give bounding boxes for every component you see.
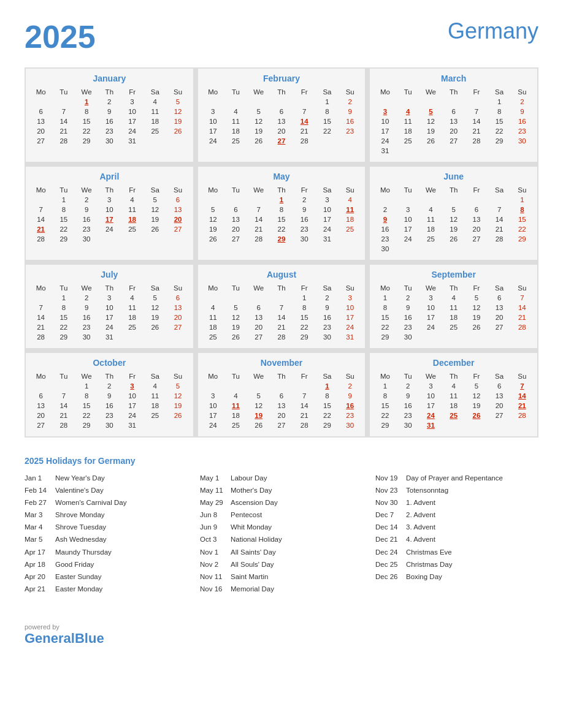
- calendar-day: [224, 195, 247, 205]
- calendar-day: 21: [29, 322, 52, 332]
- calendar-day: 21: [247, 224, 270, 234]
- month-table-february: MoTuWeThFrSaSu12345678910111213141516171…: [202, 87, 362, 146]
- calendar-day: 2: [397, 293, 419, 303]
- weekday-header: Mo: [202, 371, 224, 381]
- calendar-day: 11: [339, 205, 361, 214]
- weekday-header: Sa: [488, 283, 511, 293]
- calendar-day: 20: [166, 313, 189, 322]
- country-title: Germany: [448, 18, 538, 44]
- calendar-day: [166, 420, 189, 430]
- calendar-day: [465, 97, 488, 107]
- month-name-december: December: [373, 358, 534, 368]
- month-name-february: February: [202, 74, 362, 83]
- calendar-day: [29, 381, 52, 391]
- calendar-day: 5: [442, 205, 465, 214]
- calendar-day: [166, 234, 189, 244]
- holiday-item: Dec 25Christmas Day: [375, 559, 538, 569]
- calendar-day: 10: [419, 303, 442, 313]
- calendar-day: [166, 136, 189, 146]
- calendar-day: 28: [52, 420, 75, 430]
- weekday-header: Su: [166, 371, 189, 381]
- calendar-day: 9: [397, 303, 419, 313]
- weekday-header: Su: [166, 185, 189, 195]
- calendar-day: 24: [373, 136, 396, 146]
- calendar-day: 24: [202, 420, 224, 430]
- calendar-day: 5: [465, 293, 488, 303]
- calendar-day: 24: [121, 126, 144, 136]
- weekday-header: Mo: [29, 283, 52, 293]
- calendar-day: 21: [511, 401, 534, 411]
- calendar-day: [339, 234, 361, 244]
- calendar-day: 19: [419, 126, 442, 136]
- calendar-day: [293, 381, 316, 391]
- calendar-day: 15: [488, 116, 511, 126]
- calendar-day: 21: [293, 411, 316, 420]
- calendar-day: [224, 381, 247, 391]
- calendar-day: 16: [75, 214, 98, 224]
- calendar-day: 14: [488, 214, 511, 224]
- holiday-column-1: Jan 1New Year's DayFeb 14Valentine's Day…: [25, 473, 188, 596]
- calendar-day: 22: [316, 411, 339, 420]
- holiday-date: May 29: [200, 498, 226, 507]
- calendar-day: 17: [419, 401, 442, 411]
- calendar-day: [373, 195, 396, 205]
- calendar-day: 1: [293, 293, 316, 303]
- calendar-day: 24: [419, 411, 442, 420]
- calendar-day: 9: [75, 303, 98, 313]
- calendar-day: 16: [373, 224, 396, 234]
- calendar-day: [442, 97, 465, 107]
- weekday-header: Sa: [144, 185, 166, 195]
- calendar-day: 18: [144, 401, 166, 411]
- calendar-day: 12: [144, 205, 166, 214]
- weekday-header: We: [247, 371, 270, 381]
- month-name-august: August: [202, 270, 362, 279]
- calendar-day: 18: [224, 411, 247, 420]
- calendar-day: [121, 234, 144, 244]
- calendar-day: 26: [465, 411, 488, 420]
- calendar-day: 27: [270, 420, 293, 430]
- weekday-header: We: [419, 283, 442, 293]
- calendar-day: 12: [442, 214, 465, 224]
- month-table-january: MoTuWeThFrSaSu12345678910111213141516171…: [29, 87, 190, 146]
- calendar-day: 18: [224, 126, 247, 136]
- calendar-day: 17: [202, 126, 224, 136]
- calendar-day: 15: [52, 214, 75, 224]
- calendar-day: 10: [202, 116, 224, 126]
- weekday-header: Fr: [121, 371, 144, 381]
- powered-by-section: powered by GeneralBlue: [25, 617, 538, 646]
- calendar-day: 11: [419, 214, 442, 224]
- holiday-item: Jun 8Pentecost: [200, 510, 363, 520]
- weekday-header: Mo: [373, 185, 396, 195]
- weekday-header: Mo: [29, 371, 52, 381]
- calendar-day: 24: [316, 224, 339, 234]
- calendar-day: [247, 293, 270, 303]
- calendar-day: [29, 97, 52, 107]
- month-table-june: MoTuWeThFrSaSu12345678910111213141516171…: [373, 185, 534, 254]
- calendar-day: 26: [442, 234, 465, 244]
- month-block-september: SeptemberMoTuWeThFrSaSu12345678910111213…: [370, 265, 537, 348]
- holiday-date: Nov 16: [200, 584, 226, 594]
- calendar-day: 13: [488, 391, 511, 401]
- holiday-item: Mar 3Shrove Monday: [25, 510, 188, 520]
- calendar-day: [465, 244, 488, 254]
- calendar-day: 29: [75, 420, 98, 430]
- calendar-day: 8: [52, 303, 75, 313]
- calendar-day: 29: [75, 136, 98, 146]
- calendar-day: 13: [465, 214, 488, 224]
- holiday-date: Apr 18: [25, 559, 50, 569]
- month-name-july: July: [29, 270, 190, 279]
- calendar-day: 4: [144, 97, 166, 107]
- calendar-day: 26: [247, 136, 270, 146]
- calendar-day: [144, 332, 166, 342]
- calendar-day: 13: [270, 401, 293, 411]
- weekday-header: We: [247, 87, 270, 97]
- weekday-header: Fr: [293, 283, 316, 293]
- calendar-day: 26: [144, 224, 166, 234]
- calendar-day: 28: [29, 332, 52, 342]
- calendar-day: 11: [144, 391, 166, 401]
- calendar-day: 28: [270, 332, 293, 342]
- holiday-name: 3. Advent: [406, 522, 435, 532]
- weekday-header: We: [247, 185, 270, 195]
- calendar-day: 25: [144, 126, 166, 136]
- calendar-day: 10: [121, 391, 144, 401]
